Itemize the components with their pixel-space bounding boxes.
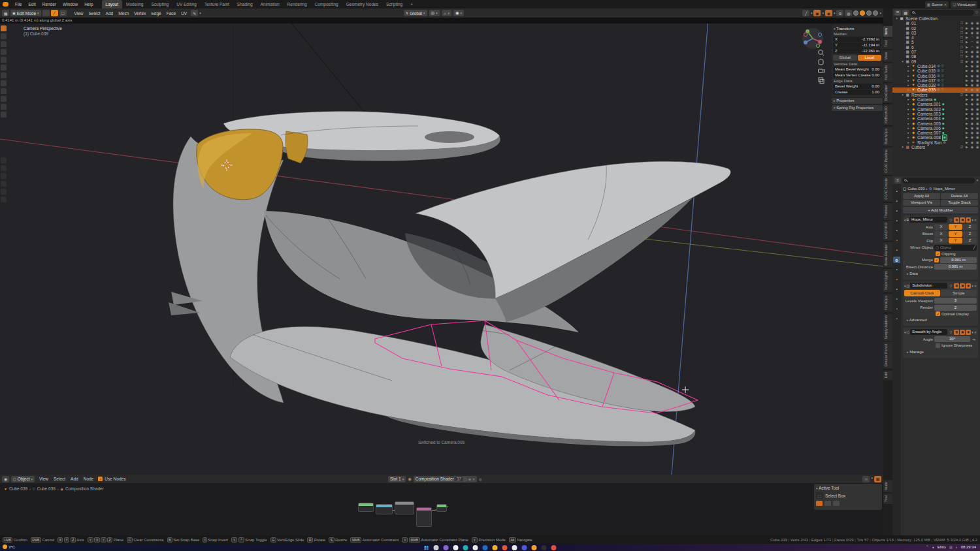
merge-checkbox[interactable]: ✓ bbox=[934, 258, 939, 262]
selectable-icon[interactable]: ▶ bbox=[964, 59, 970, 64]
properties-type-icon[interactable]: ≡ bbox=[894, 178, 901, 183]
outliner-row-camera-008[interactable]: ▸◆Camera.008◆▶◉▣ bbox=[892, 135, 980, 140]
disable-render-icon[interactable]: ▣ bbox=[975, 135, 980, 140]
selectable-icon[interactable]: ▶ bbox=[964, 87, 970, 92]
exclude-checkbox[interactable]: ☑ bbox=[959, 93, 964, 97]
disable-render-icon[interactable]: ▣ bbox=[975, 64, 980, 69]
tool-button-13[interactable] bbox=[1, 165, 7, 171]
wrench-icon[interactable]: ⚙ bbox=[937, 83, 939, 87]
exclude-checkbox[interactable]: ☐ bbox=[959, 50, 964, 54]
disable-render-icon[interactable]: ▣ bbox=[975, 26, 980, 31]
exclude-checkbox[interactable]: ☑ bbox=[959, 145, 964, 150]
overlays-node-icon[interactable]: ▦ bbox=[874, 476, 881, 482]
realtime-display-toggle[interactable]: ▣ bbox=[960, 217, 965, 223]
sidebar-tab[interactable]: BatchOps bbox=[883, 127, 892, 146]
levels-viewport-field[interactable]: 3 bbox=[934, 298, 977, 304]
sidebar-tab[interactable]: Bone-Render bbox=[883, 242, 892, 268]
hide-eye-icon[interactable]: ◉ bbox=[970, 121, 975, 126]
optimal-display-checkbox[interactable]: ✓ bbox=[936, 311, 940, 316]
selectable-icon[interactable]: ▶ bbox=[964, 45, 970, 50]
outliner-row-camera[interactable]: ▸◆Camera◆▶◉▣ bbox=[892, 97, 980, 102]
tool-settings-dropdown-icon[interactable]: ▾ bbox=[199, 11, 201, 15]
eyedropper-icon[interactable]: ╱ bbox=[973, 245, 975, 251]
outliner-row-camera-007[interactable]: ▸◆Camera.007◆▶◉▣ bbox=[892, 131, 980, 135]
workspace-tab[interactable]: Animation bbox=[257, 0, 284, 8]
expand-icon[interactable]: ▸ bbox=[906, 87, 911, 92]
topbar-menu-item[interactable]: Render bbox=[39, 0, 59, 8]
disable-render-icon[interactable]: ▣ bbox=[975, 93, 980, 97]
realtime-display-toggle[interactable]: ▣ bbox=[960, 330, 965, 335]
sidebar-tab[interactable]: Simply Addons bbox=[883, 313, 892, 341]
pin-icon[interactable]: ◎ bbox=[479, 477, 482, 481]
wrench-icon[interactable]: ⚙ bbox=[937, 74, 939, 78]
workspace-tab[interactable]: UV Editing bbox=[172, 0, 201, 8]
select-mode-subtract-button[interactable] bbox=[833, 501, 840, 506]
meshd-icon[interactable]: ▽ bbox=[941, 69, 944, 73]
expand-icon[interactable]: ▸ bbox=[906, 131, 911, 135]
selectable-icon[interactable]: ▶ bbox=[964, 26, 970, 31]
vertex-data-field[interactable]: Mean Vertex Crease0.00 bbox=[833, 72, 881, 78]
modifier-extras-icon[interactable]: ▾ bbox=[972, 330, 973, 334]
hide-eye-icon[interactable]: ◉ bbox=[970, 69, 975, 73]
camdata-icon[interactable]: ◆ bbox=[942, 112, 945, 116]
sidebar-tab[interactable]: Tool bbox=[883, 39, 892, 49]
sidebar-tab[interactable]: View bbox=[883, 50, 892, 62]
selectable-icon[interactable]: ▶ bbox=[964, 35, 970, 40]
hide-eye-icon[interactable]: ◉ bbox=[970, 126, 975, 131]
wrench-icon[interactable]: ⚙ bbox=[937, 69, 939, 73]
weather-widget[interactable]: 3°C bbox=[3, 544, 15, 549]
hide-eye-icon[interactable]: ◉ bbox=[970, 93, 975, 97]
tool-button-6[interactable] bbox=[1, 72, 7, 78]
render-display-toggle[interactable]: ◉ bbox=[966, 330, 971, 335]
hide-eye-icon[interactable]: ◠ bbox=[970, 40, 975, 44]
disable-render-icon[interactable]: ▣ bbox=[975, 54, 980, 59]
properties-tab-icon-10[interactable]: ▪ bbox=[893, 286, 900, 292]
disable-render-icon[interactable]: ▣ bbox=[975, 35, 980, 40]
selectable-icon[interactable]: ▶ bbox=[964, 69, 970, 73]
expand-icon[interactable]: ▸ bbox=[906, 74, 911, 78]
edit-mode-display-toggle[interactable]: ▦ bbox=[954, 217, 959, 223]
clock[interactable]: 08:29:34 bbox=[961, 545, 976, 549]
selectable-icon[interactable]: ▶ bbox=[964, 131, 970, 135]
material-name-field[interactable]: Composition Shader37▢⊕✕ bbox=[414, 476, 477, 482]
outliner-display-mode-icon[interactable]: ▦ bbox=[902, 10, 909, 16]
expand-icon[interactable]: ▸ bbox=[906, 64, 911, 69]
taskbar-app-icon-2[interactable] bbox=[453, 545, 459, 550]
workspace-tab[interactable]: Modeling bbox=[122, 0, 147, 8]
active-tool-button[interactable] bbox=[1, 25, 7, 31]
spaceship-model[interactable] bbox=[0, 18, 883, 475]
exclude-checkbox[interactable]: ☐ bbox=[959, 31, 964, 35]
properties-tab-icon-0[interactable]: ▪ bbox=[893, 188, 900, 195]
simple-button[interactable]: Simple bbox=[941, 290, 977, 296]
taskbar-app-icon-8[interactable] bbox=[512, 545, 517, 550]
hide-eye-icon[interactable]: ◉ bbox=[970, 116, 975, 121]
manage-subpanel[interactable]: ▸ Manage bbox=[904, 349, 977, 355]
modifier-extras-icon[interactable]: ▾ bbox=[972, 218, 973, 222]
hide-eye-icon[interactable]: ◉ bbox=[970, 112, 975, 116]
expand-icon[interactable]: ▾ bbox=[904, 284, 906, 288]
taskbar-app-icon-4[interactable] bbox=[473, 545, 478, 550]
catmull-clark-button[interactable]: Catmull-Clark bbox=[904, 290, 940, 296]
outliner-row-camera-001[interactable]: ▸◆Camera.001◆▶◉▣ bbox=[892, 102, 980, 106]
expand-icon[interactable]: ▾ bbox=[904, 330, 906, 334]
material-shading-icon[interactable] bbox=[866, 10, 872, 16]
meshd-icon[interactable]: ▽ bbox=[941, 83, 944, 87]
flip-y-button[interactable]: Y bbox=[949, 238, 962, 244]
topbar-menu-item[interactable]: Help bbox=[81, 0, 96, 8]
taskbar-app-icon-3[interactable] bbox=[463, 545, 468, 550]
expand-icon[interactable]: ▸ bbox=[906, 69, 911, 73]
hide-eye-icon[interactable]: ◉ bbox=[970, 54, 975, 59]
tool-button-4[interactable] bbox=[1, 57, 7, 63]
expand-icon[interactable]: ▸ bbox=[906, 135, 911, 140]
properties-tab-icon-13[interactable]: ▪ bbox=[893, 315, 900, 322]
selectable-icon[interactable]: ▶ bbox=[964, 112, 970, 116]
snapping-active-icon[interactable]: ◉ bbox=[825, 10, 832, 16]
camdata-icon[interactable]: ◆ bbox=[942, 107, 945, 112]
taskbar-app-icon-12[interactable] bbox=[551, 545, 557, 550]
expand-icon[interactable]: ▸ bbox=[906, 78, 911, 83]
microphone-icon[interactable]: ● bbox=[932, 545, 934, 549]
hide-eye-icon[interactable]: ◉ bbox=[970, 59, 975, 64]
hide-eye-icon[interactable]: ◉ bbox=[970, 74, 975, 78]
outliner-type-icon[interactable]: ☰ bbox=[894, 10, 901, 16]
node-thumbnail[interactable] bbox=[416, 507, 432, 527]
